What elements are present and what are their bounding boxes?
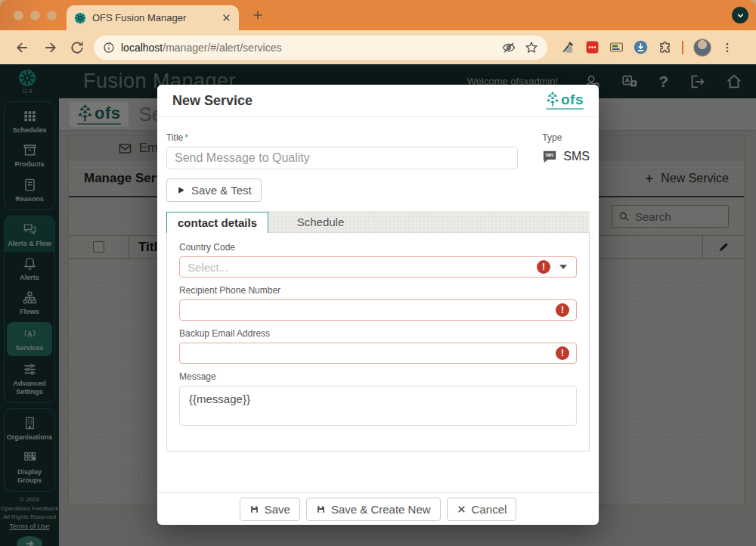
tab-strip-filler (373, 211, 590, 232)
modal-body: Title* Type SMS SMS (157, 117, 599, 492)
backup-email-label: Backup Email Address (179, 328, 577, 339)
tab-search-chevron-button[interactable] (732, 7, 748, 23)
save-floppy-icon (316, 504, 326, 514)
save-button-label: Save (265, 503, 290, 516)
play-icon (176, 185, 186, 195)
ofs-tagline (546, 108, 584, 110)
ofs-tree-icon (546, 92, 559, 107)
type-value: SMS SMS (542, 150, 590, 163)
card-extension-icon[interactable] (609, 40, 624, 54)
browser-tab-bar: OFS Fusion Manager (0, 0, 756, 30)
toolbar-separator (682, 41, 683, 54)
profile-avatar[interactable] (693, 39, 711, 57)
error-icon: ! (537, 260, 550, 274)
recipient-phone-input[interactable] (179, 299, 577, 321)
bookmark-star-icon[interactable] (525, 41, 538, 54)
sms-bubble-icon: SMS (542, 150, 557, 163)
country-code-placeholder: Select... (187, 261, 537, 274)
modal-header: New Service ofs (157, 85, 599, 117)
country-code-select[interactable]: Select... ! (179, 256, 577, 278)
save-and-test-label: Save & Test (191, 184, 252, 197)
required-asterisk: * (184, 132, 188, 143)
browser-menu-kebab-icon[interactable] (721, 42, 733, 54)
download-extension-icon[interactable] (634, 40, 648, 54)
phone-label: Recipient Phone Number (179, 285, 577, 296)
save-and-test-button[interactable]: Save & Test (166, 178, 262, 202)
cancel-button-label: Cancel (472, 503, 507, 516)
save-floppy-icon (249, 504, 259, 514)
window-controls[interactable] (14, 11, 57, 20)
window-zoom-button[interactable] (47, 11, 57, 20)
chevron-down-icon (736, 11, 745, 20)
type-label: Type (542, 132, 590, 143)
adblock-extension-icon[interactable] (585, 40, 600, 54)
browser-tab[interactable]: OFS Fusion Manager (67, 5, 239, 30)
svg-text:SMS: SMS (546, 153, 555, 157)
app-viewport: 11.8 Fusion Manager Welcome ofsxadmin! ? (0, 64, 756, 546)
ofs-wordmark: ofs (561, 92, 584, 107)
contact-details-panel: Country Code Select... ! Recipient Phone… (166, 232, 590, 451)
save-create-button-label: Save & Create New (331, 503, 431, 516)
site-info-icon[interactable] (103, 42, 115, 54)
window-close-button[interactable] (14, 11, 23, 20)
save-button[interactable]: Save (240, 498, 300, 521)
backup-email-input[interactable] (179, 343, 577, 364)
cancel-button[interactable]: Cancel (447, 498, 517, 521)
error-icon: ! (556, 346, 569, 360)
modal-tabs: contact details Schedule (166, 211, 590, 232)
browser-toolbar: localhost/manager/#/alert/services (0, 30, 756, 64)
new-tab-button[interactable] (252, 9, 264, 21)
url-host: localhost (121, 42, 163, 54)
reload-button[interactable] (70, 40, 85, 55)
close-x-icon (457, 504, 466, 514)
message-label: Message (179, 371, 577, 382)
ofs-logo: ofs (546, 92, 584, 110)
tab-favicon-gear-icon (74, 12, 86, 24)
message-textarea[interactable]: {{message}} (179, 386, 577, 426)
extensions-row (561, 39, 733, 57)
tab-title: OFS Fusion Manager (92, 12, 215, 23)
modal-title: New Service (172, 93, 253, 109)
new-service-modal: New Service ofs Tit (157, 85, 599, 525)
tab-contact-details[interactable]: contact details (166, 212, 268, 233)
tab-schedule[interactable]: Schedule (268, 211, 373, 232)
service-title-input[interactable] (166, 147, 518, 169)
type-value-text: SMS (563, 150, 590, 163)
dropdown-caret-icon (559, 265, 567, 269)
browser-window: OFS Fusion Manager localhos (0, 0, 756, 546)
modal-footer: Save Save & Create New Cancel (157, 492, 599, 525)
address-bar[interactable]: localhost/manager/#/alert/services (94, 36, 547, 60)
save-and-create-new-button[interactable]: Save & Create New (306, 498, 441, 521)
tab-close-icon[interactable] (222, 13, 231, 23)
url-path: /manager/#/alert/services (163, 42, 281, 54)
country-code-label: Country Code (179, 242, 577, 253)
back-button[interactable] (15, 40, 30, 55)
color-picker-extension-icon[interactable] (561, 40, 575, 54)
forward-button[interactable] (42, 40, 57, 55)
url-text[interactable]: localhost/manager/#/alert/services (121, 42, 281, 54)
window-minimize-button[interactable] (30, 11, 40, 20)
error-icon: ! (556, 303, 569, 317)
extensions-puzzle-icon[interactable] (658, 40, 672, 54)
eye-off-icon[interactable] (502, 41, 516, 54)
title-field-label: Title* (166, 132, 518, 143)
